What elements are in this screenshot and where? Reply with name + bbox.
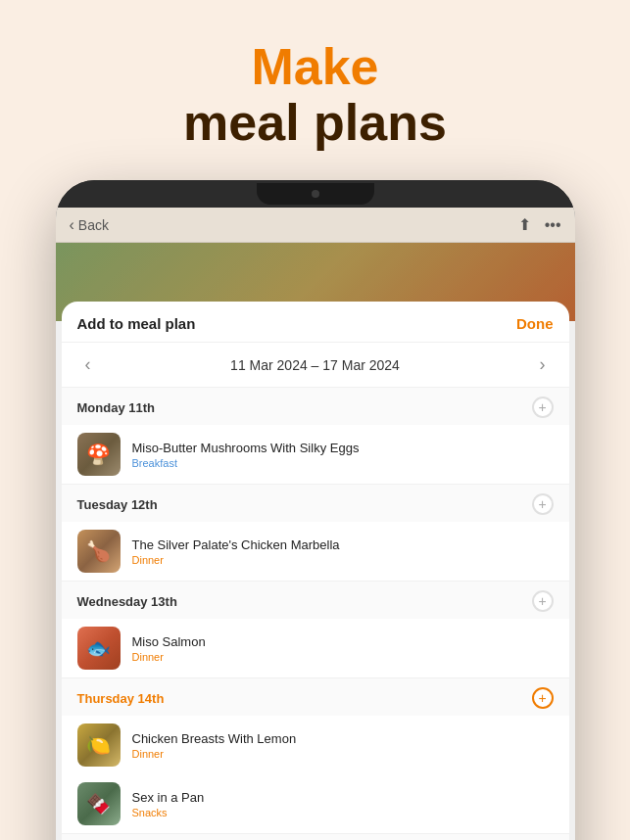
recipe-name-lemon-chicken: Chicken Breasts With Lemon bbox=[132, 731, 554, 746]
salmon-thumb-visual: 🐟 bbox=[77, 627, 121, 670]
recipe-item-sex-in-pan: 🍫 Sex in a Pan Snacks bbox=[62, 774, 569, 833]
day-header-monday: Monday 11th + bbox=[62, 388, 569, 425]
recipe-item-lemon-chicken: 🍋 Chicken Breasts With Lemon Dinner bbox=[62, 716, 569, 774]
recipe-thumb-sex-in-pan: 🍫 bbox=[77, 782, 121, 825]
day-label-tuesday: Tuesday 12th bbox=[77, 497, 158, 512]
top-bar-actions: ⬆ ••• bbox=[518, 215, 561, 234]
recipe-name-mushrooms: Miso-Butter Mushrooms With Silky Eggs bbox=[132, 441, 554, 455]
meal-plan-modal: Add to meal plan Done ‹ 11 Mar 2024 – 17… bbox=[62, 302, 569, 840]
share-icon[interactable]: ⬆ bbox=[518, 215, 531, 234]
device-top-bar bbox=[56, 180, 575, 208]
title-meal-plans: meal plans bbox=[183, 95, 447, 151]
add-thursday-button[interactable]: + bbox=[532, 687, 554, 709]
week-prev-button[interactable]: ‹ bbox=[77, 350, 99, 379]
recipe-info-sex-in-pan: Sex in a Pan Snacks bbox=[132, 790, 554, 818]
recipe-info-mushrooms: Miso-Butter Mushrooms With Silky Eggs Br… bbox=[132, 441, 554, 469]
add-monday-button[interactable]: + bbox=[532, 397, 554, 418]
week-next-button[interactable]: › bbox=[532, 350, 554, 379]
more-icon[interactable]: ••• bbox=[545, 216, 561, 234]
day-section-tuesday: Tuesday 12th + 🍗 The Silver Palate's Chi… bbox=[62, 485, 569, 582]
modal-header: Add to meal plan Done bbox=[62, 302, 569, 343]
lemon-chicken-thumb-visual: 🍋 bbox=[77, 723, 121, 767]
title-make: Make bbox=[183, 39, 447, 95]
day-section-friday: Friday 15th + 🍅 Authentic Pico de Gallo … bbox=[62, 834, 569, 840]
recipe-item-salmon: 🐟 Miso Salmon Dinner bbox=[62, 619, 569, 677]
recipe-name-chicken-marbella: The Silver Palate's Chicken Marbella bbox=[132, 537, 554, 552]
page-title-area: Make meal plans bbox=[183, 39, 447, 151]
recipe-type-chicken-marbella: Dinner bbox=[132, 554, 554, 566]
recipe-thumb-lemon-chicken: 🍋 bbox=[77, 723, 121, 767]
recipe-type-salmon: Dinner bbox=[132, 651, 554, 663]
recipe-thumb-chicken-marbella: 🍗 bbox=[77, 530, 121, 573]
device-screen: ‹ Back ⬆ ••• Add to meal plan Done ‹ 11 … bbox=[56, 208, 575, 840]
recipe-info-salmon: Miso Salmon Dinner bbox=[132, 634, 554, 663]
week-label: 11 Mar 2024 – 17 Mar 2024 bbox=[230, 357, 400, 373]
day-header-friday: Friday 15th + bbox=[62, 834, 569, 840]
recipe-type-mushrooms: Breakfast bbox=[132, 457, 554, 469]
day-header-tuesday: Tuesday 12th + bbox=[62, 485, 569, 522]
day-section-monday: Monday 11th + 🍄 Miso-Butter Mushrooms Wi… bbox=[62, 388, 569, 485]
mushroom-thumb-visual: 🍄 bbox=[77, 433, 121, 476]
day-section-thursday: Thursday 14th + 🍋 Chicken Breasts With L… bbox=[62, 678, 569, 834]
chicken-marbella-thumb-visual: 🍗 bbox=[77, 530, 121, 573]
add-tuesday-button[interactable]: + bbox=[532, 493, 554, 515]
recipe-info-chicken-marbella: The Silver Palate's Chicken Marbella Din… bbox=[132, 537, 554, 566]
app-top-bar: ‹ Back ⬆ ••• bbox=[56, 208, 575, 243]
week-nav: ‹ 11 Mar 2024 – 17 Mar 2024 › bbox=[62, 343, 569, 388]
day-header-thursday: Thursday 14th + bbox=[62, 678, 569, 716]
recipe-name-salmon: Miso Salmon bbox=[132, 634, 554, 649]
device-notch bbox=[257, 183, 374, 205]
modal-done-button[interactable]: Done bbox=[516, 315, 554, 332]
day-section-wednesday: Wednesday 13th + 🐟 Miso Salmon Dinner bbox=[62, 582, 569, 678]
recipe-type-sex-in-pan: Snacks bbox=[132, 807, 554, 818]
modal-title: Add to meal plan bbox=[77, 315, 196, 332]
recipe-thumb-salmon: 🐟 bbox=[77, 627, 121, 670]
recipe-type-lemon-chicken: Dinner bbox=[132, 748, 554, 760]
day-label-wednesday: Wednesday 13th bbox=[77, 594, 177, 609]
recipe-item-chicken-marbella: 🍗 The Silver Palate's Chicken Marbella D… bbox=[62, 522, 569, 581]
back-label: Back bbox=[78, 217, 109, 233]
recipe-item-mushrooms: 🍄 Miso-Butter Mushrooms With Silky Eggs … bbox=[62, 425, 569, 484]
recipe-info-lemon-chicken: Chicken Breasts With Lemon Dinner bbox=[132, 731, 554, 760]
sex-in-pan-thumb-visual: 🍫 bbox=[77, 782, 121, 825]
day-label-monday: Monday 11th bbox=[77, 400, 155, 415]
recipe-thumb-mushrooms: 🍄 bbox=[77, 433, 121, 476]
back-chevron-icon: ‹ bbox=[70, 216, 74, 234]
day-label-thursday: Thursday 14th bbox=[77, 691, 165, 706]
device-notch-dot bbox=[312, 190, 319, 198]
add-wednesday-button[interactable]: + bbox=[532, 590, 554, 612]
back-button[interactable]: ‹ Back bbox=[70, 216, 109, 234]
recipe-name-sex-in-pan: Sex in a Pan bbox=[132, 790, 554, 805]
device-frame: ‹ Back ⬆ ••• Add to meal plan Done ‹ 11 … bbox=[56, 180, 575, 840]
day-header-wednesday: Wednesday 13th + bbox=[62, 582, 569, 619]
